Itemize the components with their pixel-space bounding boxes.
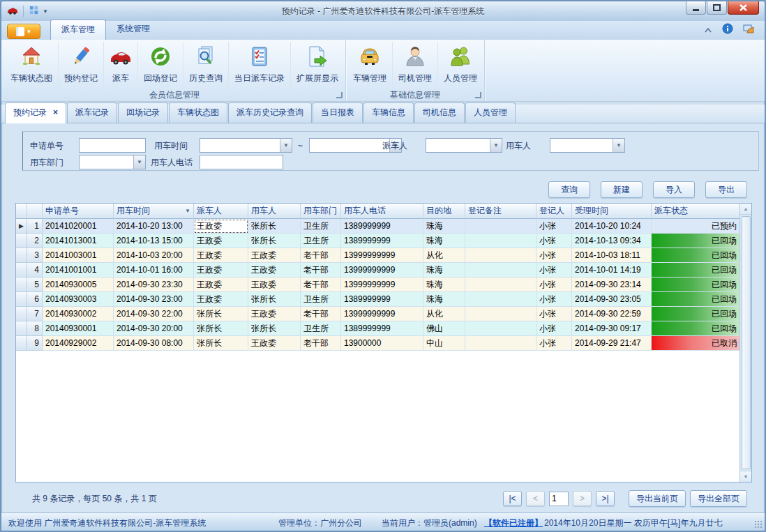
table-row[interactable]: 4201410010012014-10-01 16:00王政委王政委老干部139… bbox=[16, 263, 739, 278]
dispatch-status-cell[interactable]: 已回场 bbox=[652, 321, 739, 336]
table-cell[interactable]: 珠海 bbox=[423, 234, 465, 248]
application-menu-button[interactable]: ▼ bbox=[7, 24, 40, 39]
table-cell[interactable]: 2014-09-30 22:59 bbox=[572, 307, 652, 321]
table-cell[interactable]: 王政委 bbox=[248, 336, 301, 351]
table-cell[interactable]: 2014-10-01 16:00 bbox=[114, 263, 194, 278]
row-number-cell[interactable]: 9 bbox=[27, 336, 43, 351]
row-indicator-cell[interactable] bbox=[16, 321, 27, 336]
table-cell[interactable]: 王政委 bbox=[194, 278, 248, 292]
column-header[interactable]: 派车状态 bbox=[652, 204, 739, 219]
table-cell[interactable]: 2014-09-30 09:17 bbox=[572, 321, 652, 336]
table-cell[interactable]: 小张 bbox=[536, 278, 572, 292]
ribbon-button[interactable]: 回场登记 bbox=[138, 42, 183, 89]
table-cell[interactable]: 小张 bbox=[536, 219, 572, 234]
chevron-down-icon[interactable]: ▼ bbox=[280, 139, 292, 152]
column-header[interactable]: 目的地 bbox=[423, 204, 465, 219]
table-row[interactable]: 2201410130012014-10-13 15:00王政委张所长卫生所138… bbox=[16, 234, 739, 248]
table-cell[interactable]: 2014-09-30 22:00 bbox=[114, 307, 194, 321]
row-indicator-cell[interactable]: ▶ bbox=[16, 219, 27, 234]
resize-grip[interactable] bbox=[754, 520, 763, 529]
column-header[interactable]: 用车人 bbox=[248, 204, 301, 219]
table-cell[interactable] bbox=[465, 307, 536, 321]
quick-access-grid-icon[interactable] bbox=[29, 5, 39, 17]
table-cell[interactable]: 2014-09-30 23:00 bbox=[114, 292, 194, 307]
row-number-cell[interactable]: 7 bbox=[27, 307, 43, 321]
table-cell[interactable]: 小张 bbox=[536, 336, 572, 351]
table-cell[interactable]: 卫生所 bbox=[301, 292, 341, 307]
help-info-icon[interactable] bbox=[722, 23, 733, 36]
scrollbar-thumb[interactable] bbox=[742, 216, 751, 469]
document-tab[interactable]: 车辆信息 bbox=[363, 102, 414, 123]
column-header[interactable]: 用车时间▼ bbox=[114, 204, 194, 219]
next-page-button[interactable]: > bbox=[573, 491, 592, 506]
table-cell[interactable]: 2014-10-03 20:00 bbox=[114, 248, 194, 263]
table-cell[interactable]: 小张 bbox=[536, 292, 572, 307]
first-page-button[interactable]: |< bbox=[503, 491, 522, 506]
table-cell[interactable] bbox=[465, 248, 536, 263]
ribbon-button[interactable]: 当日派车记录 bbox=[229, 42, 291, 89]
row-number-cell[interactable]: 2 bbox=[27, 234, 43, 248]
table-cell[interactable]: 从化 bbox=[423, 307, 465, 321]
table-cell[interactable]: 张所长 bbox=[194, 336, 248, 351]
dialog-launcher-icon[interactable] bbox=[336, 92, 343, 98]
table-cell[interactable] bbox=[465, 336, 536, 351]
screen-display-icon[interactable] bbox=[743, 23, 755, 36]
row-indicator-cell[interactable] bbox=[16, 263, 27, 278]
table-cell[interactable]: 珠海 bbox=[423, 278, 465, 292]
table-cell[interactable]: 中山 bbox=[423, 336, 465, 351]
ribbon-button[interactable]: 人员管理 bbox=[438, 42, 483, 89]
table-cell[interactable]: 2014-10-13 09:34 bbox=[572, 234, 652, 248]
application-no-input[interactable] bbox=[79, 138, 146, 153]
table-cell[interactable]: 王政委 bbox=[194, 292, 248, 307]
table-row[interactable]: 5201409300052014-09-30 23:30王政委王政委老干部139… bbox=[16, 278, 739, 292]
document-tab[interactable]: 派车历史记录查询 bbox=[228, 102, 312, 123]
table-cell[interactable]: 张所长 bbox=[248, 292, 301, 307]
table-cell[interactable]: 2014-10-20 10:24 bbox=[572, 219, 652, 234]
table-cell[interactable]: 小张 bbox=[536, 321, 572, 336]
table-cell[interactable]: 珠海 bbox=[423, 219, 465, 234]
use-time-from-combo[interactable]: ▼ bbox=[200, 138, 292, 153]
table-cell[interactable]: 老干部 bbox=[301, 263, 341, 278]
table-cell[interactable]: 20141013001 bbox=[43, 234, 114, 248]
table-cell[interactable]: 2014-10-20 13:00 bbox=[114, 219, 194, 234]
table-cell[interactable]: 2014-10-01 14:19 bbox=[572, 263, 652, 278]
sort-desc-icon[interactable]: ▼ bbox=[185, 208, 190, 214]
column-header[interactable]: 受理时间 bbox=[572, 204, 652, 219]
page-number-input[interactable] bbox=[549, 492, 569, 506]
dispatch-status-cell[interactable]: 已回场 bbox=[652, 263, 739, 278]
dispatch-status-cell[interactable]: 已回场 bbox=[652, 292, 739, 307]
table-cell[interactable]: 20140929002 bbox=[43, 336, 114, 351]
table-cell[interactable]: 小张 bbox=[536, 234, 572, 248]
table-cell[interactable]: 珠海 bbox=[423, 263, 465, 278]
table-cell[interactable]: 张所长 bbox=[194, 307, 248, 321]
table-cell[interactable] bbox=[465, 234, 536, 248]
ribbon-tab[interactable]: 派车管理 bbox=[50, 20, 106, 40]
export-button[interactable]: 导出 bbox=[705, 181, 747, 198]
dispatch-status-cell[interactable]: 已回场 bbox=[652, 248, 739, 263]
chevron-down-icon[interactable]: ▼ bbox=[133, 155, 145, 169]
new-button[interactable]: 新建 bbox=[601, 181, 643, 198]
table-cell[interactable]: 珠海 bbox=[423, 292, 465, 307]
table-cell[interactable]: 王政委 bbox=[248, 278, 301, 292]
table-cell[interactable]: 老干部 bbox=[301, 278, 341, 292]
table-cell[interactable]: 张所长 bbox=[248, 321, 301, 336]
ribbon-button[interactable]: 派车 bbox=[104, 42, 138, 89]
table-cell[interactable]: 2014-09-30 20:00 bbox=[114, 321, 194, 336]
table-cell[interactable]: 张所长 bbox=[248, 219, 301, 234]
row-indicator-cell[interactable] bbox=[16, 248, 27, 263]
row-number-cell[interactable]: 5 bbox=[27, 278, 43, 292]
document-tab[interactable]: 派车记录 bbox=[67, 102, 117, 123]
maximize-button[interactable] bbox=[707, 1, 727, 15]
row-number-header[interactable] bbox=[27, 204, 43, 219]
table-cell[interactable]: 王政委 bbox=[194, 219, 248, 234]
table-cell[interactable]: 2014-09-30 08:00 bbox=[114, 336, 194, 351]
close-tab-icon[interactable]: × bbox=[53, 107, 58, 117]
table-cell[interactable] bbox=[465, 321, 536, 336]
row-indicator-cell[interactable] bbox=[16, 292, 27, 307]
phone-input[interactable] bbox=[200, 155, 283, 169]
prev-page-button[interactable]: < bbox=[526, 491, 545, 506]
table-cell[interactable]: 王政委 bbox=[248, 263, 301, 278]
table-cell[interactable]: 2014-10-13 15:00 bbox=[114, 234, 194, 248]
import-button[interactable]: 导入 bbox=[653, 181, 695, 198]
scroll-up-icon[interactable]: ▲ bbox=[740, 204, 751, 215]
